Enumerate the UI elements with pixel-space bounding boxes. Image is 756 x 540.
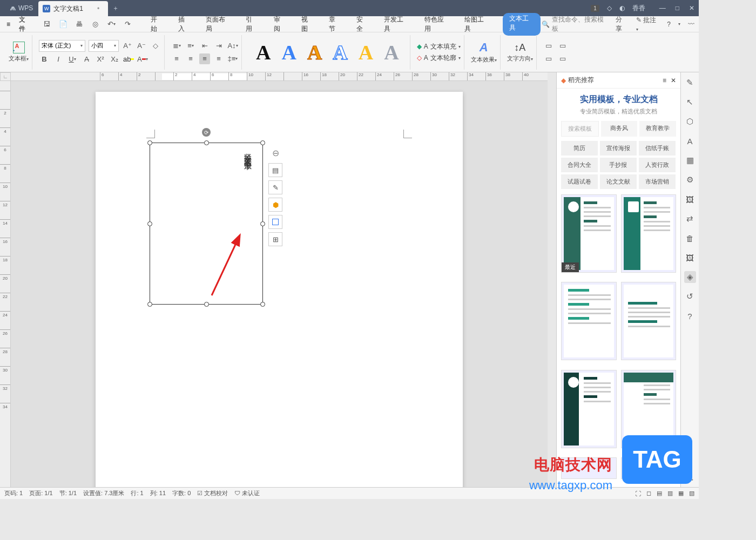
template-thumb[interactable]: [621, 282, 677, 360]
tab-drawing[interactable]: 绘图工具: [462, 13, 491, 36]
undo-icon[interactable]: ↶▾: [106, 19, 117, 30]
text-fill-button[interactable]: ◆A 文本填充▾: [417, 42, 461, 51]
align-center-icon[interactable]: ≡: [185, 53, 196, 64]
align-left-icon[interactable]: ≡: [171, 53, 182, 64]
strip-swap-icon[interactable]: ⇄: [684, 213, 696, 225]
help-dropdown[interactable]: ▾: [678, 22, 680, 26]
save-icon[interactable]: 🖫: [42, 19, 52, 30]
close-button[interactable]: ✕: [689, 4, 694, 12]
float-wrap-icon[interactable]: ▤: [268, 163, 282, 177]
tab-view[interactable]: 视图: [299, 13, 316, 36]
view-print-icon[interactable]: ▥: [667, 490, 673, 497]
help-icon[interactable]: ?: [667, 21, 671, 28]
resize-handle[interactable]: [147, 302, 152, 307]
filter-tab-education[interactable]: 教育教学: [639, 121, 676, 137]
minimize-button[interactable]: —: [659, 4, 666, 12]
underline-icon[interactable]: U▾: [67, 54, 78, 65]
horizontal-ruler[interactable]: 6422468101216182022242628303234363840: [11, 72, 548, 81]
maximize-button[interactable]: □: [676, 4, 679, 12]
indent-dec-icon[interactable]: ⇤: [199, 40, 210, 51]
strip-select-icon[interactable]: ↖: [684, 96, 696, 108]
font-family-select[interactable]: 宋体 (正文)▾: [39, 40, 85, 52]
strip-table-icon[interactable]: ▦: [684, 154, 696, 166]
clear-format-icon[interactable]: ◇: [150, 40, 161, 51]
text-direction-button[interactable]: ↕A 文字方向▾: [507, 42, 533, 63]
template-search-input[interactable]: 搜索模板: [561, 121, 599, 137]
strip-active-icon[interactable]: ◈: [684, 271, 696, 283]
strip-gallery-icon[interactable]: 🖼: [684, 193, 696, 205]
float-collapse-icon[interactable]: ⊖: [268, 146, 282, 160]
hamburger-icon[interactable]: ≡: [4, 18, 12, 30]
selected-textbox[interactable]: ⟳ 竖排文字怎么居中显示: [150, 143, 263, 305]
wordart-style-4[interactable]: A: [333, 40, 347, 64]
panel-close-icon[interactable]: ✕: [671, 77, 676, 84]
panel-menu-icon[interactable]: ≡: [663, 77, 666, 84]
status-pageno[interactable]: 页码: 1: [4, 489, 23, 497]
strip-image-icon[interactable]: 🖼: [684, 252, 696, 264]
status-page[interactable]: 页面: 1/1: [29, 489, 52, 497]
tab-section[interactable]: 章节: [327, 13, 343, 36]
line-spacing-icon[interactable]: ‡≡▾: [227, 53, 238, 64]
doc-tab[interactable]: W 文字文稿1 •: [38, 1, 108, 16]
float-edit-icon[interactable]: ✎: [268, 180, 282, 194]
print-preview-icon[interactable]: 📄: [58, 19, 69, 30]
float-fill-icon[interactable]: ⬢: [268, 198, 282, 212]
collapse-ribbon-icon[interactable]: 〰: [688, 21, 694, 28]
strip-shape-icon[interactable]: ⬡: [684, 116, 696, 127]
print-icon[interactable]: 🖶: [74, 19, 85, 30]
view-web-icon[interactable]: ▦: [678, 490, 684, 497]
strip-history-icon[interactable]: ↺: [684, 291, 696, 302]
share-button[interactable]: 分享: [616, 15, 628, 33]
print-direct-icon[interactable]: ◎: [90, 19, 101, 30]
italic-icon[interactable]: I: [53, 54, 64, 65]
cat-paper[interactable]: 论文文献: [600, 174, 637, 189]
annotate-button[interactable]: ✎ 批注 ▾: [636, 16, 659, 32]
numbering-icon[interactable]: ≡▾: [185, 40, 196, 51]
cat-handcopy[interactable]: 手抄报: [600, 158, 637, 172]
resize-handle[interactable]: [260, 221, 265, 226]
cat-exam[interactable]: 试题试卷: [561, 174, 598, 189]
cat-letter[interactable]: 信纸手账: [639, 141, 676, 156]
vertical-text[interactable]: 竖排文字怎么居中显示: [243, 147, 253, 158]
float-outline-icon[interactable]: [268, 215, 282, 229]
document-canvas[interactable]: ⟳ 竖排文字怎么居中显示 ⊖ ▤ ✎ ⬢ ⊞: [11, 81, 548, 487]
align-right-icon[interactable]: ≡: [199, 53, 210, 64]
cat-poster[interactable]: 宣传海报: [600, 141, 637, 156]
highlight-icon[interactable]: ab: [123, 54, 134, 65]
template-thumb[interactable]: [561, 370, 617, 448]
bold-icon[interactable]: B: [39, 54, 50, 65]
wordart-style-5[interactable]: A: [359, 40, 373, 64]
font-color-icon[interactable]: A▾: [137, 54, 148, 65]
skins-icon[interactable]: ◇: [607, 4, 612, 12]
resize-handle[interactable]: [147, 221, 152, 226]
user-avatar-icon[interactable]: ◐: [619, 4, 625, 12]
file-menu[interactable]: 文件: [14, 14, 37, 35]
resize-handle[interactable]: [147, 140, 152, 145]
strip-delete-icon[interactable]: 🗑: [684, 232, 696, 244]
template-thumb[interactable]: 最近: [561, 194, 617, 273]
status-auth[interactable]: 🛡 未认证: [234, 489, 260, 497]
template-thumb[interactable]: [621, 194, 677, 273]
status-section[interactable]: 节: 1/1: [59, 489, 77, 497]
superscript-icon[interactable]: X²: [95, 54, 106, 65]
cat-resume[interactable]: 简历: [561, 141, 598, 156]
cat-hr[interactable]: 人资行政: [639, 158, 676, 172]
tab-start[interactable]: 开始: [148, 13, 165, 36]
tab-review[interactable]: 审阅: [272, 13, 288, 36]
wordart-style-3[interactable]: A: [307, 40, 322, 64]
view-focus-icon[interactable]: ◻: [646, 490, 651, 497]
tab-reference[interactable]: 引用: [244, 13, 260, 36]
view-fullscreen-icon[interactable]: ⛶: [635, 490, 641, 497]
strip-text-icon[interactable]: A: [684, 135, 696, 147]
status-words[interactable]: 字数: 0: [172, 489, 191, 497]
username-label[interactable]: 香香: [632, 4, 645, 13]
view-outline-icon[interactable]: ▧: [689, 490, 694, 497]
strip-settings-icon[interactable]: ⚙: [684, 174, 696, 186]
change-case-icon[interactable]: A↕▾: [227, 40, 238, 51]
cat-marketing[interactable]: 市场营销: [639, 174, 676, 189]
wordart-style-1[interactable]: A: [256, 40, 271, 64]
resize-handle[interactable]: [204, 302, 209, 307]
font-size-select[interactable]: 小四▾: [89, 40, 119, 52]
wordart-style-2[interactable]: A: [281, 40, 296, 64]
misc-opt1-icon[interactable]: ▭: [543, 40, 554, 51]
